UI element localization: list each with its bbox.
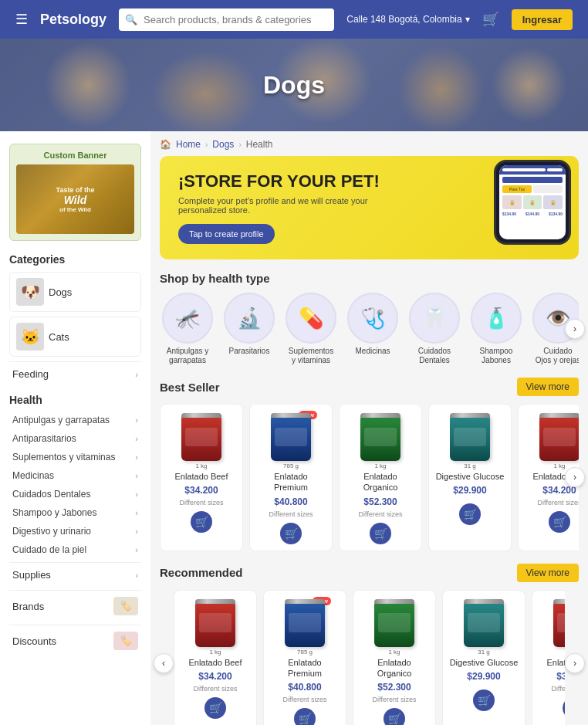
add-to-cart-button[interactable]: 🛒 — [280, 523, 302, 544]
sidebar-item-feeding[interactable]: Feeding › — [9, 361, 141, 386]
sidebar-item-dogs[interactable]: 🐶 Dogs — [9, 272, 141, 312]
supplies-label: Supplies — [12, 569, 51, 581]
cats-label: Cats — [49, 331, 69, 343]
product-card: 31 g Digestive Glucose $29.900 🛒 — [428, 404, 512, 551]
can-visual — [553, 599, 565, 647]
search-icon: 🔍 — [125, 14, 137, 25]
product-price: $29.900 — [453, 485, 486, 496]
health-type-parasitarios[interactable]: 🔬 Parasitarios — [221, 293, 277, 365]
search-input[interactable] — [119, 8, 334, 31]
can-visual — [450, 413, 490, 461]
sidebar-item-cats[interactable]: 🐱 Cats — [9, 317, 141, 357]
recommended-view-more[interactable]: View more — [517, 564, 579, 582]
best-seller-scroll-right[interactable]: › — [565, 467, 585, 487]
health-item-shampoo[interactable]: Shampoo y Jabones › — [9, 503, 141, 522]
cart-icon[interactable]: 🛒 — [482, 11, 499, 28]
product-image: 31 g — [458, 597, 510, 649]
health-item-dentales[interactable]: Cuidados Dentales › — [9, 485, 141, 503]
product-image: 1 kg — [368, 597, 421, 649]
add-to-cart-button[interactable]: 🛒 — [384, 708, 405, 725]
chevron-icon: › — [135, 471, 138, 480]
main-layout: Custom Banner Taste of the Wild of the W… — [0, 131, 588, 725]
health-scroll-right-arrow[interactable]: › — [565, 319, 585, 339]
logo[interactable]: Petsology — [40, 12, 106, 28]
health-item-label: Shampoo y Jabones — [12, 507, 96, 518]
add-to-cart-button[interactable]: 🛒 — [294, 708, 316, 725]
product-price: $52.300 — [377, 682, 411, 693]
health-item-medicinas[interactable]: Medicinas › — [9, 466, 141, 485]
product-price: $34.200 — [198, 671, 231, 682]
sidebar: Custom Banner Taste of the Wild of the W… — [0, 131, 150, 725]
health-section: Health Antipulgas y garrapatas › Antipar… — [9, 394, 141, 559]
health-type-shampoo[interactable]: 🧴 ShampooJabones — [468, 293, 524, 365]
product-sizes: Different sizes — [552, 685, 565, 693]
sidebar-item-brands[interactable]: Brands 🏷️ — [9, 590, 141, 622]
login-button[interactable]: Ingresar — [512, 9, 573, 30]
brands-label: Brands — [12, 601, 44, 612]
antipulgas-label: Antipulgas ygarrapatas — [167, 347, 208, 365]
product-image: New 785 g — [279, 597, 331, 649]
suplementos-icon: 💊 — [286, 293, 336, 344]
health-type-dentales[interactable]: 🦷 CuidadosDentales — [407, 293, 462, 365]
sidebar-item-supplies[interactable]: Supplies › — [9, 562, 141, 587]
hamburger-icon[interactable]: ☰ — [15, 11, 28, 28]
best-seller-view-more[interactable]: View more — [517, 378, 579, 396]
sidebar-item-discounts[interactable]: Discounts 🏷️ — [9, 625, 141, 656]
health-item-digestivo[interactable]: Digestivo y urinario › — [9, 522, 141, 540]
weight-label: 1 kg — [209, 649, 221, 656]
product-name: Digestive Glucose — [436, 471, 505, 482]
chevron-icon: › — [135, 452, 138, 462]
add-to-cart-button[interactable]: 🛒 — [459, 503, 481, 525]
product-card: New 785 g Enlatado Premium $40.800 Diffe… — [249, 404, 333, 551]
health-item-label: Suplementos y vitaminas — [12, 452, 115, 462]
health-type-medicinas[interactable]: 🩺 Medicinas — [345, 293, 400, 365]
search-container: 🔍 — [119, 8, 334, 31]
health-type-suplementos[interactable]: 💊 Suplementosy vitaminas — [283, 293, 339, 365]
cats-icon: 🐱 — [16, 323, 44, 351]
categories-title: Categories — [9, 253, 141, 266]
logo-text: Petsology — [40, 12, 106, 28]
add-to-cart-button[interactable]: 🛒 — [191, 511, 212, 533]
health-item-antiparasitarios[interactable]: Antiparasitarios › — [9, 429, 141, 448]
add-to-cart-button[interactable]: 🛒 — [204, 697, 226, 719]
health-type-title: Shop by health type — [160, 272, 579, 285]
health-type-antipulgas[interactable]: 🦟 Antipulgas ygarrapatas — [160, 293, 215, 365]
product-name: Enlatado Premium — [270, 657, 340, 679]
product-sizes: Different sizes — [269, 510, 313, 518]
location-text: Calle 148 Bogotá, Colombia — [346, 14, 461, 25]
weight-label: 785 g — [283, 462, 299, 469]
breadcrumb-home[interactable]: Home — [176, 139, 201, 150]
feeding-chevron-icon: › — [135, 370, 138, 379]
health-item-antipulgas[interactable]: Antipulgas y garrapatas › — [9, 411, 141, 429]
product-name: Enlatado Premium — [256, 471, 326, 493]
hero-banner: Dogs — [0, 39, 588, 131]
product-image: 1 kg — [547, 597, 565, 649]
recommended-products: ‹ 1 kg Enlatado Beef $34.200 Different s… — [160, 590, 579, 725]
promo-button[interactable]: Tap to create profile — [178, 224, 275, 244]
add-to-cart-button[interactable]: 🛒 — [473, 689, 495, 711]
shampoo-label: ShampooJabones — [480, 347, 513, 365]
breadcrumb: 🏠 Home › Dogs › Health — [160, 131, 579, 156]
health-item-suplementos[interactable]: Suplementos y vitaminas › — [9, 448, 141, 466]
add-to-cart-button[interactable]: 🛒 — [563, 697, 565, 719]
add-to-cart-button[interactable]: 🛒 — [370, 523, 391, 544]
health-title: Health — [9, 394, 141, 406]
product-sizes: Different sizes — [538, 499, 579, 506]
chevron-icon: › — [135, 527, 138, 536]
breadcrumb-sep-1: › — [205, 141, 208, 149]
recommended-scroll-right[interactable]: › — [565, 653, 585, 673]
weight-label: 1 kg — [553, 462, 565, 469]
dentales-label: CuidadosDentales — [418, 347, 451, 365]
product-image: 1 kg — [533, 411, 579, 463]
health-item-label: Antipulgas y garrapatas — [12, 415, 110, 425]
recommended-scroll-left[interactable]: ‹ — [154, 653, 174, 673]
add-to-cart-button[interactable]: 🛒 — [549, 511, 570, 533]
product-card: 31 g Digestive Glucose $29.900 🛒 — [442, 590, 525, 725]
location-display[interactable]: Calle 148 Bogotá, Colombia ▾ — [346, 14, 469, 25]
product-name: Digestive Glucose — [450, 657, 519, 668]
custom-banner: Custom Banner Taste of the Wild of the W… — [9, 144, 141, 241]
banner-label: Custom Banner — [16, 151, 134, 160]
health-item-piel[interactable]: Cuidado de la piel › — [9, 540, 141, 559]
breadcrumb-dogs[interactable]: Dogs — [212, 139, 234, 150]
chevron-icon: › — [135, 545, 138, 554]
